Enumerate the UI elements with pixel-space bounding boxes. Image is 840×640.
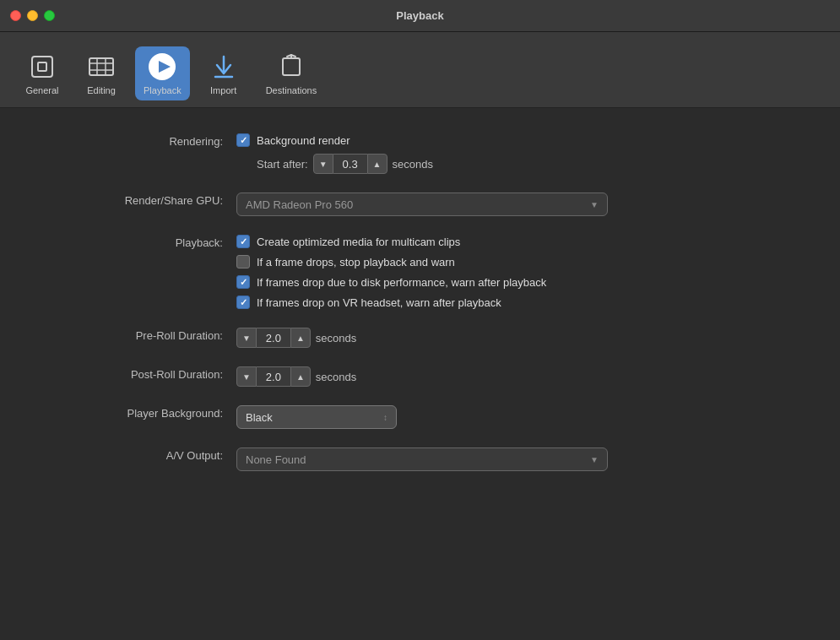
bg-render-checkbox[interactable] — [236, 133, 250, 147]
playback-opt-0: Create optimized media for multicam clip… — [236, 235, 789, 248]
post-roll-up[interactable]: ▲ — [290, 366, 311, 387]
tab-general-label: General — [25, 85, 58, 95]
playback-opt-2: If frames drop due to disk performance, … — [236, 275, 789, 289]
start-after-row: Start after: ▼ 0.3 ▲ seconds — [236, 154, 789, 174]
rendering-control: Background render Start after: ▼ 0.3 ▲ s… — [236, 133, 789, 174]
pre-roll-up[interactable]: ▲ — [290, 328, 311, 348]
svg-rect-10 — [283, 58, 300, 75]
playback-checkbox-1[interactable] — [236, 255, 250, 268]
title-bar: Playback — [0, 0, 840, 32]
tab-playback-label: Playback — [144, 85, 182, 95]
toolbar: General Editing Playback — [0, 32, 840, 108]
player-bg-control: Black ↕ — [236, 405, 789, 429]
import-icon — [209, 52, 239, 82]
playback-opt-0-label: Create optimized media for multicam clip… — [257, 236, 460, 248]
playback-opt-1: If a frame drops, stop playback and warn — [236, 255, 789, 268]
gpu-dropdown[interactable]: AMD Radeon Pro 560 ▼ — [236, 193, 608, 216]
tab-import-label: Import — [210, 85, 236, 95]
start-after-down[interactable]: ▼ — [313, 154, 333, 174]
pre-roll-unit: seconds — [316, 332, 356, 344]
playback-checkbox-2[interactable] — [236, 275, 250, 289]
player-bg-row: Player Background: Black ↕ — [51, 405, 789, 429]
player-bg-label: Player Background: — [51, 405, 236, 420]
playback-opt-2-label: If frames drop due to disk performance, … — [257, 276, 546, 289]
av-output-dropdown[interactable]: None Found ▼ — [236, 447, 608, 471]
post-roll-row: Post-Roll Duration: ▼ 2.0 ▲ seconds — [51, 366, 789, 387]
minimize-button[interactable] — [27, 10, 38, 21]
pre-roll-down[interactable]: ▼ — [236, 328, 257, 348]
av-output-row: A/V Output: None Found ▼ — [51, 447, 789, 471]
main-content: Rendering: Background render Start after… — [0, 108, 840, 515]
destinations-icon — [276, 52, 306, 82]
maximize-button[interactable] — [44, 10, 55, 21]
tab-editing-label: Editing — [87, 85, 116, 95]
bg-render-row: Background render — [236, 133, 789, 147]
tab-import[interactable]: Import — [198, 46, 249, 100]
gpu-dropdown-arrow: ▼ — [590, 200, 599, 209]
svg-rect-2 — [89, 58, 113, 75]
player-bg-dropdown[interactable]: Black ↕ — [236, 405, 397, 429]
playback-label: Playback: — [51, 235, 236, 249]
tab-destinations-label: Destinations — [266, 85, 317, 95]
post-roll-value: 2.0 — [257, 366, 290, 387]
av-output-label: A/V Output: — [51, 447, 236, 462]
window-title: Playback — [396, 9, 443, 22]
pre-roll-row: Pre-Roll Duration: ▼ 2.0 ▲ seconds — [51, 328, 789, 348]
tab-destinations[interactable]: Destinations — [257, 46, 326, 100]
playback-control: Create optimized media for multicam clip… — [236, 235, 789, 309]
player-bg-arrow: ↕ — [383, 413, 387, 422]
playback-checkbox-3[interactable] — [236, 296, 250, 309]
general-icon — [27, 52, 57, 82]
tab-playback[interactable]: Playback — [135, 46, 190, 100]
player-bg-value: Black — [246, 411, 273, 424]
gpu-row: Render/Share GPU: AMD Radeon Pro 560 ▼ — [51, 193, 789, 216]
av-output-arrow: ▼ — [590, 455, 599, 464]
editing-icon — [86, 52, 117, 82]
playback-row: Playback: Create optimized media for mul… — [51, 235, 789, 309]
pre-roll-value: 2.0 — [257, 328, 290, 348]
pre-roll-control: ▼ 2.0 ▲ seconds — [236, 328, 789, 348]
playback-opt-3: If frames drop on VR headset, warn after… — [236, 296, 789, 309]
tab-editing[interactable]: Editing — [76, 46, 127, 100]
av-output-value: None Found — [246, 453, 306, 466]
start-after-value: 0.3 — [333, 154, 367, 174]
start-after-stepper: ▼ 0.3 ▲ — [313, 154, 387, 174]
post-roll-label: Post-Roll Duration: — [51, 366, 236, 381]
bg-render-label: Background render — [257, 134, 350, 147]
rendering-label: Rendering: — [51, 133, 236, 148]
pre-roll-duration-row: ▼ 2.0 ▲ seconds — [236, 328, 789, 348]
playback-opt-3-label: If frames drop on VR headset, warn after… — [257, 296, 501, 309]
post-roll-stepper: ▼ 2.0 ▲ — [236, 366, 311, 387]
gpu-control: AMD Radeon Pro 560 ▼ — [236, 193, 789, 216]
av-output-control: None Found ▼ — [236, 447, 789, 471]
playback-checkbox-0[interactable] — [236, 235, 250, 248]
start-after-up[interactable]: ▲ — [367, 154, 387, 174]
rendering-row: Rendering: Background render Start after… — [51, 133, 789, 174]
svg-rect-0 — [32, 57, 52, 77]
pre-roll-stepper: ▼ 2.0 ▲ — [236, 328, 311, 348]
close-button[interactable] — [10, 10, 21, 21]
window-controls — [10, 10, 55, 21]
post-roll-down[interactable]: ▼ — [236, 366, 257, 387]
gpu-label: Render/Share GPU: — [51, 193, 236, 207]
post-roll-control: ▼ 2.0 ▲ seconds — [236, 366, 789, 387]
start-after-label: Start after: — [257, 158, 308, 171]
post-roll-unit: seconds — [316, 371, 356, 383]
gpu-value: AMD Radeon Pro 560 — [246, 198, 353, 211]
start-after-unit: seconds — [393, 158, 433, 171]
pre-roll-label: Pre-Roll Duration: — [51, 328, 236, 342]
svg-rect-1 — [38, 62, 46, 71]
playback-icon — [147, 52, 177, 82]
post-roll-duration-row: ▼ 2.0 ▲ seconds — [236, 366, 789, 387]
playback-opt-1-label: If a frame drops, stop playback and warn — [257, 256, 455, 268]
tab-general[interactable]: General — [17, 46, 68, 100]
